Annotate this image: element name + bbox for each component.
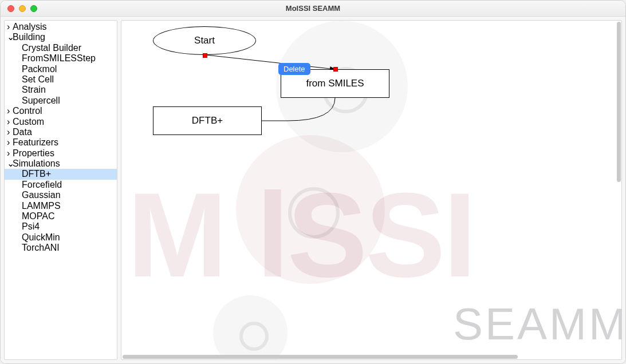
tree-item-label: LAMMPS — [22, 201, 61, 211]
tree-item-strain[interactable]: Strain — [5, 85, 117, 95]
tree-item-supercell[interactable]: Supercell — [5, 96, 117, 106]
tree-item-forcefield[interactable]: Forcefield — [5, 180, 117, 190]
tree-item-control[interactable]: ›Control — [5, 106, 117, 116]
tree-item-building[interactable]: ⌄Building — [5, 32, 117, 42]
tree-item-quickmin[interactable]: QuickMin — [5, 232, 117, 243]
tree-item-properties[interactable]: ›Properties — [5, 148, 117, 159]
tree-item-featurizers[interactable]: ›Featurizers — [5, 137, 117, 148]
tree-item-label: Data — [13, 127, 32, 137]
delete-label: Delete — [284, 65, 305, 73]
tree-item-custom[interactable]: ›Custom — [5, 117, 117, 127]
chevron-right-icon[interactable]: › — [7, 148, 13, 159]
node-label: from SMILES — [306, 78, 364, 89]
tree-item-torchani[interactable]: TorchANI — [5, 243, 117, 253]
tree-item-simulations[interactable]: ⌄Simulations — [5, 159, 117, 169]
tree-item-label: FromSMILESStep — [22, 53, 96, 63]
delete-button[interactable]: Delete — [278, 63, 310, 75]
tree-item-gaussian[interactable]: Gaussian — [5, 190, 117, 200]
tree-item-label: Packmol — [22, 64, 57, 74]
tree-item-crystal-builder[interactable]: Crystal Builder — [5, 43, 117, 53]
tree-item-label: Forcefield — [22, 180, 62, 189]
chevron-right-icon[interactable]: › — [7, 22, 13, 32]
tree-item-mopac[interactable]: MOPAC — [5, 211, 117, 221]
tree-item-label: MOPAC — [22, 211, 54, 221]
svg-line-0 — [206, 55, 335, 69]
maximize-icon[interactable] — [30, 5, 37, 12]
tree-item-label: Analysis — [13, 22, 47, 31]
watermark-text: M lSSI — [127, 166, 474, 304]
sidebar-tree[interactable]: ›Analysis⌄BuildingCrystal BuilderFromSMI… — [4, 20, 117, 360]
flowchart-canvas[interactable]: M lSSI SEAMM Start — [121, 21, 622, 360]
tree-item-fromsmilesstep[interactable]: FromSMILESStep — [5, 53, 117, 64]
vertical-scrollbar[interactable] — [617, 22, 621, 182]
tree-item-label: QuickMin — [22, 232, 60, 242]
chevron-right-icon[interactable]: › — [7, 106, 13, 116]
window-title: MolSSI SEAMM — [1, 4, 625, 13]
close-icon[interactable] — [7, 5, 14, 12]
node-dftb-plus[interactable]: DFTB+ — [153, 106, 262, 135]
tree-item-analysis[interactable]: ›Analysis — [5, 22, 117, 32]
tree-item-label: Custom — [13, 117, 44, 126]
tree-item-label: Simulations — [13, 159, 60, 168]
connection-anchor[interactable] — [203, 53, 207, 58]
titlebar[interactable]: MolSSI SEAMM — [1, 1, 625, 17]
content-area: ›Analysis⌄BuildingCrystal BuilderFromSMI… — [1, 17, 625, 363]
tree-item-label: Supercell — [22, 96, 60, 105]
canvas-wrap: M lSSI SEAMM Start — [121, 20, 622, 360]
tree-item-set-cell[interactable]: Set Cell — [5, 74, 117, 85]
window-controls — [1, 5, 37, 12]
tree-item-label: Psi4 — [22, 221, 40, 231]
chevron-down-icon[interactable]: ⌄ — [7, 32, 13, 42]
tree-item-label: DFTB+ — [22, 169, 51, 179]
tree-item-dftb-[interactable]: DFTB+ — [5, 169, 117, 179]
node-start[interactable]: Start — [153, 26, 256, 55]
gear-icon — [213, 295, 288, 360]
chevron-right-icon[interactable]: › — [7, 117, 13, 127]
tree-item-psi4[interactable]: Psi4 — [5, 221, 117, 232]
chevron-down-icon[interactable]: ⌄ — [7, 159, 13, 169]
horizontal-scrollbar[interactable] — [123, 355, 518, 359]
tree-item-packmol[interactable]: Packmol — [5, 64, 117, 74]
tree-item-label: TorchANI — [22, 243, 60, 252]
chevron-right-icon[interactable]: › — [7, 127, 13, 137]
minimize-icon[interactable] — [19, 5, 26, 12]
tree-item-label: Building — [13, 32, 45, 42]
tree-item-label: Crystal Builder — [22, 43, 81, 53]
gear-icon — [236, 135, 385, 284]
watermark-text: SEAMM — [453, 298, 622, 350]
tree-item-lammps[interactable]: LAMMPS — [5, 201, 117, 211]
connection-anchor[interactable] — [333, 67, 338, 72]
tree-item-label: Set Cell — [22, 74, 54, 84]
tree-item-label: Properties — [13, 148, 54, 158]
node-label: DFTB+ — [192, 115, 223, 126]
chevron-right-icon[interactable]: › — [7, 137, 13, 148]
tree-item-label: Control — [13, 106, 42, 116]
app-window: MolSSI SEAMM ›Analysis⌄BuildingCrystal B… — [0, 0, 626, 364]
node-label: Start — [194, 35, 215, 46]
tree-item-label: Gaussian — [22, 190, 61, 200]
tree-item-label: Strain — [22, 85, 46, 94]
tree-item-label: Featurizers — [13, 137, 58, 147]
tree-item-data[interactable]: ›Data — [5, 127, 117, 137]
